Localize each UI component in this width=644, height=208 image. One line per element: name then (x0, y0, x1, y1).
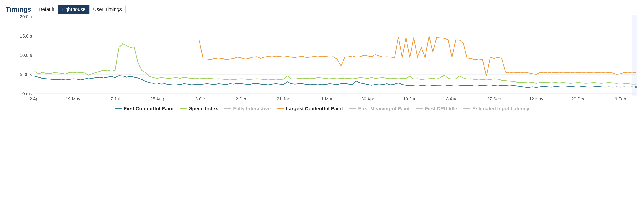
legend-item-first-meaningful-paint[interactable]: First Meaningful Paint (349, 106, 410, 112)
legend-label: Speed Index (189, 106, 218, 112)
chart-viewport: 0 ms5.00 s10.0 s15.0 s20.0 s (6, 15, 638, 96)
legend-item-fully-interactive[interactable]: Fully Interactive (224, 106, 271, 112)
view-mode-segmented: DefaultLighthouseUser Timings (35, 5, 126, 14)
x-tick-label: 12 Nov (529, 96, 543, 102)
x-axis: 2 Apr19 May7 Jul25 Aug13 Oct2 Dec21 Jan1… (6, 96, 638, 102)
x-tick-label: 27 Sep (487, 96, 501, 102)
legend-swatch (416, 108, 423, 109)
x-tick-label: 7 Jul (110, 96, 120, 102)
series-largest-contentful-paint[interactable] (200, 36, 636, 76)
legend-swatch (349, 108, 356, 109)
x-tick-label: 19 May (66, 96, 80, 102)
x-tick-label: 25 Aug (150, 96, 164, 102)
legend-swatch (464, 108, 470, 109)
legend-label: Estimated Input Latency (472, 106, 529, 112)
x-tick-label: 2 Dec (236, 96, 247, 102)
legend-swatch (180, 108, 186, 109)
x-tick-label: 2 Apr (30, 96, 40, 102)
legend-swatch (224, 108, 231, 109)
legend-swatch (277, 108, 284, 109)
tab-user-timings[interactable]: User Timings (89, 5, 125, 14)
tab-lighthouse[interactable]: Lighthouse (58, 5, 89, 14)
x-tick-label: 30 Apr (361, 96, 374, 102)
x-tick-label: 6 Feb (615, 96, 626, 102)
legend-label: Fully Interactive (233, 106, 271, 112)
series-endpoint-marker (634, 86, 637, 88)
x-tick-label: 20 Dec (571, 96, 585, 102)
y-tick-label: 15.0 s (8, 34, 32, 39)
series-first-contentful-paint[interactable] (35, 76, 636, 88)
x-tick-label: 21 Jan (277, 96, 290, 102)
legend-label: First Meaningful Paint (358, 106, 410, 112)
legend: First Contentful PaintSpeed IndexFully I… (6, 106, 638, 112)
y-tick-label: 10.0 s (8, 53, 32, 58)
legend-label: Largest Contentful Paint (286, 106, 343, 112)
y-tick-label: 20.0 s (8, 14, 32, 20)
legend-item-speed-index[interactable]: Speed Index (180, 106, 218, 112)
chart-svg[interactable] (6, 15, 638, 96)
legend-item-first-cpu-idle[interactable]: First CPU Idle (416, 106, 457, 112)
y-tick-label: 5.00 s (8, 72, 32, 77)
panel-title: Timings (6, 6, 31, 13)
legend-swatch (115, 108, 122, 109)
legend-item-largest-contentful-paint[interactable]: Largest Contentful Paint (277, 106, 343, 112)
legend-item-first-contentful-paint[interactable]: First Contentful Paint (115, 106, 174, 112)
legend-label: First Contentful Paint (124, 106, 174, 112)
legend-label: First CPU Idle (425, 106, 457, 112)
legend-item-estimated-input-latency[interactable]: Estimated Input Latency (464, 106, 529, 112)
series-speed-index[interactable] (35, 44, 636, 84)
timings-panel: Timings DefaultLighthouseUser Timings 0 … (2, 2, 642, 116)
x-tick-label: 8 Aug (446, 96, 458, 102)
x-tick-label: 13 Oct (193, 96, 206, 102)
tab-default[interactable]: Default (35, 5, 58, 14)
x-tick-label: 19 Jun (403, 96, 417, 102)
x-tick-label: 11 Mar (319, 96, 332, 102)
